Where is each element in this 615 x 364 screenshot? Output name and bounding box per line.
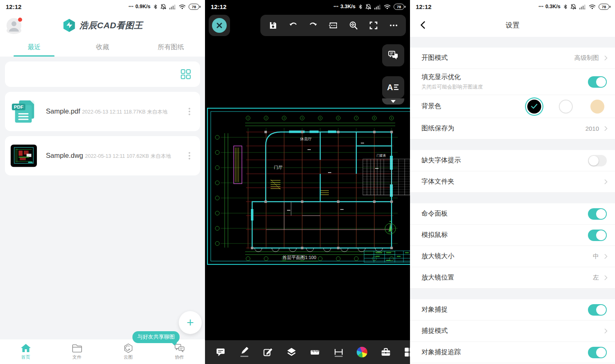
settings-screen: 12:12 ••• 0.3K/s 78 设置 开图模式 高级制图 填充显示优化 [410, 0, 615, 364]
app-logo: 浩辰CAD看图王 [62, 18, 143, 33]
tab-all-drawings[interactable]: 所有图纸 [137, 38, 205, 57]
setting-background-color[interactable]: 背景色 [410, 95, 615, 118]
mute-bell-icon [160, 4, 166, 10]
nav-files[interactable]: 文件 [51, 339, 102, 364]
redo-button[interactable] [306, 18, 321, 33]
grid-view-icon[interactable] [180, 69, 191, 80]
file-row-dwg[interactable]: Sample.dwg 2022-05-13 12:11 107.62KB 来自本… [5, 136, 200, 175]
comment-tool-button[interactable] [213, 345, 228, 359]
setting-object-snap-tracking[interactable]: 对象捕捉追踪 [410, 342, 615, 363]
setting-object-snap[interactable]: 对象捕捉 [410, 299, 615, 321]
net-speed: 0.9K/s [135, 4, 150, 9]
share-tooltip: 与好友共享聊图 [132, 331, 180, 343]
toggle[interactable] [588, 230, 607, 241]
measure-tool-button[interactable] [308, 345, 322, 359]
pencil-icon [239, 347, 250, 357]
color-wheel-icon [357, 347, 367, 357]
svg-text:9: 9 [391, 117, 392, 119]
fullscreen-button[interactable] [366, 18, 381, 33]
cad-drawing-canvas[interactable]: 12 34 56 78 9 [205, 107, 410, 266]
swatch-white[interactable] [559, 100, 573, 114]
svg-text:7: 7 [355, 117, 357, 119]
setting-magnifier-size[interactable]: 放大镜大小 中 [410, 246, 615, 267]
save-button[interactable] [266, 18, 280, 33]
setting-save-as-version[interactable]: 图纸保存为 2010 [410, 118, 615, 139]
layers-tool-button[interactable] [284, 345, 299, 359]
swatch-black[interactable] [527, 100, 541, 114]
avatar[interactable] [7, 18, 21, 33]
battery-icon: 78 [599, 4, 609, 10]
setting-font-folder[interactable]: 字体文件夹 [410, 171, 615, 193]
svg-text:6: 6 [337, 117, 339, 119]
toggle[interactable] [588, 347, 607, 358]
layout-tool-button[interactable] [402, 345, 410, 359]
north-compass [385, 221, 396, 234]
more-button[interactable] [386, 18, 401, 33]
back-button[interactable] [418, 19, 430, 31]
undo-button[interactable] [286, 18, 301, 33]
toggle[interactable] [588, 155, 607, 166]
setting-missing-font-hint[interactable]: 缺失字体提示 [410, 150, 615, 171]
tab-recent[interactable]: 最近 [0, 38, 68, 57]
bluetooth-icon [563, 4, 567, 10]
signal-icon [579, 4, 586, 9]
svg-text:2: 2 [265, 117, 266, 119]
nav-cloud[interactable]: 云图 [102, 339, 154, 364]
bluetooth-icon [153, 4, 157, 10]
net-speed: 3.3K/s [340, 4, 355, 9]
setting-simulate-mouse[interactable]: 模拟鼠标 [410, 225, 615, 246]
setting-magnifier-position[interactable]: 放大镜位置 左 [410, 267, 615, 289]
color-swatches [527, 100, 607, 114]
clock: 12:12 [6, 3, 21, 10]
drawing-title: 首层平面图1:100 [282, 255, 317, 260]
group-separator [410, 289, 615, 299]
nav-home[interactable]: 首页 [0, 339, 51, 364]
zoom-locate-button[interactable] [346, 18, 361, 33]
nav-collaborate[interactable]: 协作 [154, 339, 205, 364]
setting-fill-optimization[interactable]: 填充显示优化 关闭后可能会影响开图速度 [410, 69, 615, 95]
setting-snap-mode[interactable]: 捕捉模式 [410, 321, 615, 342]
viewer-screen: 12:12 ••• 3.3K/s 78 [205, 0, 410, 364]
zoom-locate-icon [348, 20, 358, 30]
insert-frame-icon [328, 20, 338, 30]
file-name: Sample.dwg [46, 152, 83, 159]
net-speed: 0.3K/s [545, 4, 560, 9]
setting-open-mode[interactable]: 开图模式 高级制图 [410, 48, 615, 69]
settings-header: 设置 [410, 13, 615, 37]
chevron-right-icon [602, 254, 608, 259]
comments-button[interactable] [382, 44, 404, 66]
swatch-beige[interactable] [590, 100, 604, 114]
toggle[interactable] [588, 208, 607, 220]
insert-frame-button[interactable] [326, 18, 341, 33]
file-meta: 2022-05-13 12:11 118.77KB 来自本地 [82, 109, 168, 115]
tab-favorites[interactable]: 收藏 [68, 38, 137, 57]
logo-hexagon-icon [62, 18, 76, 33]
group-separator [410, 193, 615, 203]
color-tool-button[interactable] [355, 345, 369, 359]
draw-tool-button[interactable] [237, 345, 252, 359]
edit-tool-button[interactable] [260, 345, 275, 359]
layout-grid-icon [404, 347, 410, 357]
setting-command-panel[interactable]: 命令面板 [410, 203, 615, 225]
svg-text:休息厅: 休息厅 [300, 136, 312, 141]
file-more-menu[interactable] [184, 150, 194, 162]
toggle[interactable] [588, 304, 607, 316]
chevron-right-icon [602, 328, 608, 334]
toggle[interactable] [588, 76, 607, 88]
file-more-menu[interactable] [184, 105, 194, 118]
file-meta: 2022-05-13 12:11 107.62KB 来自本地 [85, 153, 171, 159]
close-drawing-button[interactable] [209, 15, 230, 36]
check-icon [531, 104, 538, 109]
toolbox-button[interactable] [378, 345, 393, 359]
signal-icon [169, 4, 176, 9]
file-row-pdf[interactable]: PDF Sample.pdf 2022-05-13 12:11 118.77KB… [5, 92, 200, 131]
home-tabs: 最近 收藏 所有图纸 [0, 38, 205, 57]
svg-text:A: A [387, 83, 393, 92]
clock: 12:12 [211, 3, 226, 10]
svg-text:8: 8 [374, 117, 375, 119]
add-file-button[interactable]: + [179, 311, 202, 334]
chevron-down-icon [391, 100, 396, 103]
text-style-button[interactable]: A [382, 76, 404, 98]
dimension-tool-button[interactable] [331, 345, 346, 359]
collapse-caret-button[interactable] [382, 98, 404, 105]
